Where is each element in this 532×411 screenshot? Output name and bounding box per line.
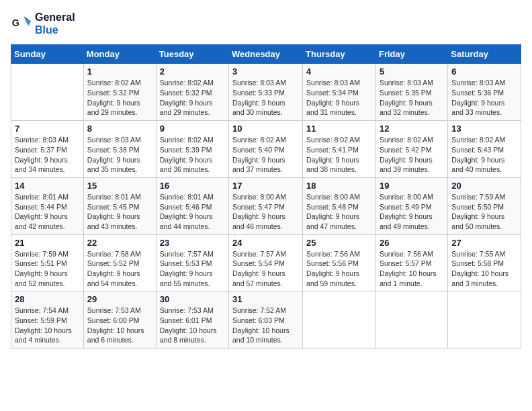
day-number: 14 <box>15 181 80 191</box>
calendar-header-row: SundayMondayTuesdayWednesdayThursdayFrid… <box>11 45 521 64</box>
calendar-header-cell: Tuesday <box>156 45 228 64</box>
calendar-cell: 29Sunrise: 7:53 AM Sunset: 6:00 PM Dayli… <box>83 291 156 349</box>
day-info: Sunrise: 8:03 AM Sunset: 5:37 PM Dayligh… <box>15 135 80 175</box>
day-number: 8 <box>87 124 152 134</box>
calendar-cell: 27Sunrise: 7:55 AM Sunset: 5:58 PM Dayli… <box>448 234 521 291</box>
day-number: 11 <box>306 124 372 134</box>
calendar-week-row: 1Sunrise: 8:02 AM Sunset: 5:32 PM Daylig… <box>11 64 521 121</box>
calendar-cell: 5Sunrise: 8:03 AM Sunset: 5:35 PM Daylig… <box>375 64 447 121</box>
day-info: Sunrise: 8:02 AM Sunset: 5:41 PM Dayligh… <box>306 135 372 175</box>
calendar-cell: 10Sunrise: 8:02 AM Sunset: 5:40 PM Dayli… <box>229 121 303 178</box>
calendar-cell: 1Sunrise: 8:02 AM Sunset: 5:32 PM Daylig… <box>83 64 156 121</box>
calendar-cell <box>303 291 376 349</box>
logo-icon: G <box>11 13 32 34</box>
calendar-cell: 7Sunrise: 8:03 AM Sunset: 5:37 PM Daylig… <box>11 121 84 178</box>
logo: G General Blue <box>11 11 75 36</box>
calendar-week-row: 21Sunrise: 7:59 AM Sunset: 5:51 PM Dayli… <box>11 234 521 291</box>
calendar-cell: 18Sunrise: 8:00 AM Sunset: 5:48 PM Dayli… <box>303 177 376 234</box>
day-info: Sunrise: 8:02 AM Sunset: 5:43 PM Dayligh… <box>451 135 517 175</box>
day-number: 23 <box>160 238 225 248</box>
day-info: Sunrise: 7:57 AM Sunset: 5:54 PM Dayligh… <box>232 249 299 289</box>
day-number: 29 <box>87 294 152 304</box>
calendar-cell: 8Sunrise: 8:03 AM Sunset: 5:38 PM Daylig… <box>83 121 156 178</box>
day-info: Sunrise: 8:01 AM Sunset: 5:45 PM Dayligh… <box>87 192 152 232</box>
day-number: 7 <box>15 124 80 134</box>
day-info: Sunrise: 7:56 AM Sunset: 5:56 PM Dayligh… <box>306 249 372 289</box>
day-number: 31 <box>232 294 299 304</box>
calendar-week-row: 7Sunrise: 8:03 AM Sunset: 5:37 PM Daylig… <box>11 121 521 178</box>
calendar-header-cell: Friday <box>375 45 447 64</box>
day-info: Sunrise: 7:53 AM Sunset: 6:01 PM Dayligh… <box>160 306 225 345</box>
calendar-cell: 24Sunrise: 7:57 AM Sunset: 5:54 PM Dayli… <box>229 234 303 291</box>
calendar-header-cell: Saturday <box>448 45 521 64</box>
day-info: Sunrise: 8:02 AM Sunset: 5:32 PM Dayligh… <box>87 78 152 118</box>
day-info: Sunrise: 8:02 AM Sunset: 5:39 PM Dayligh… <box>160 135 225 175</box>
calendar-cell: 25Sunrise: 7:56 AM Sunset: 5:56 PM Dayli… <box>303 234 376 291</box>
day-number: 24 <box>232 238 299 248</box>
calendar-cell: 19Sunrise: 8:00 AM Sunset: 5:49 PM Dayli… <box>375 177 447 234</box>
day-number: 13 <box>451 124 517 134</box>
day-number: 6 <box>451 66 517 77</box>
calendar-cell: 15Sunrise: 8:01 AM Sunset: 5:45 PM Dayli… <box>83 177 156 234</box>
day-number: 20 <box>451 181 517 191</box>
calendar-cell: 31Sunrise: 7:52 AM Sunset: 6:03 PM Dayli… <box>229 291 303 349</box>
logo-text: General Blue <box>35 11 75 36</box>
calendar-cell: 2Sunrise: 8:02 AM Sunset: 5:32 PM Daylig… <box>156 64 228 121</box>
day-number: 12 <box>380 124 444 134</box>
day-info: Sunrise: 7:57 AM Sunset: 5:53 PM Dayligh… <box>160 249 225 289</box>
day-number: 18 <box>306 181 372 191</box>
calendar-table: SundayMondayTuesdayWednesdayThursdayFrid… <box>11 44 521 349</box>
calendar-week-row: 28Sunrise: 7:54 AM Sunset: 5:59 PM Dayli… <box>11 291 521 349</box>
day-number: 9 <box>160 124 225 134</box>
day-number: 22 <box>87 238 152 248</box>
calendar-header-cell: Sunday <box>11 45 84 64</box>
day-number: 4 <box>306 66 372 77</box>
calendar-cell: 14Sunrise: 8:01 AM Sunset: 5:44 PM Dayli… <box>11 177 84 234</box>
day-number: 16 <box>160 181 225 191</box>
calendar-header-cell: Monday <box>83 45 156 64</box>
calendar-header-cell: Wednesday <box>229 45 303 64</box>
day-info: Sunrise: 8:02 AM Sunset: 5:32 PM Dayligh… <box>160 78 225 118</box>
day-info: Sunrise: 7:59 AM Sunset: 5:50 PM Dayligh… <box>451 192 517 232</box>
calendar-cell <box>375 291 447 349</box>
day-info: Sunrise: 7:54 AM Sunset: 5:59 PM Dayligh… <box>15 306 80 345</box>
page-header: G General Blue <box>11 11 521 36</box>
day-info: Sunrise: 8:00 AM Sunset: 5:47 PM Dayligh… <box>232 192 299 232</box>
calendar-cell: 23Sunrise: 7:57 AM Sunset: 5:53 PM Dayli… <box>156 234 228 291</box>
day-number: 30 <box>160 294 225 304</box>
calendar-cell: 6Sunrise: 8:03 AM Sunset: 5:36 PM Daylig… <box>448 64 521 121</box>
calendar-cell: 30Sunrise: 7:53 AM Sunset: 6:01 PM Dayli… <box>156 291 228 349</box>
day-info: Sunrise: 7:52 AM Sunset: 6:03 PM Dayligh… <box>232 306 299 345</box>
day-info: Sunrise: 8:02 AM Sunset: 5:42 PM Dayligh… <box>380 135 444 175</box>
day-number: 25 <box>306 238 372 248</box>
day-number: 21 <box>15 238 80 248</box>
calendar-cell: 4Sunrise: 8:03 AM Sunset: 5:34 PM Daylig… <box>303 64 376 121</box>
calendar-cell: 22Sunrise: 7:58 AM Sunset: 5:52 PM Dayli… <box>83 234 156 291</box>
day-number: 15 <box>87 181 152 191</box>
calendar-cell: 20Sunrise: 7:59 AM Sunset: 5:50 PM Dayli… <box>448 177 521 234</box>
day-info: Sunrise: 8:03 AM Sunset: 5:38 PM Dayligh… <box>87 135 152 175</box>
calendar-cell: 9Sunrise: 8:02 AM Sunset: 5:39 PM Daylig… <box>156 121 228 178</box>
day-info: Sunrise: 8:03 AM Sunset: 5:33 PM Dayligh… <box>232 78 299 118</box>
day-info: Sunrise: 8:00 AM Sunset: 5:48 PM Dayligh… <box>306 192 372 232</box>
day-info: Sunrise: 7:55 AM Sunset: 5:58 PM Dayligh… <box>451 249 517 289</box>
calendar-cell <box>11 64 84 121</box>
day-info: Sunrise: 7:53 AM Sunset: 6:00 PM Dayligh… <box>87 306 152 345</box>
calendar-week-row: 14Sunrise: 8:01 AM Sunset: 5:44 PM Dayli… <box>11 177 521 234</box>
calendar-cell <box>448 291 521 349</box>
day-number: 2 <box>160 66 225 77</box>
calendar-cell: 13Sunrise: 8:02 AM Sunset: 5:43 PM Dayli… <box>448 121 521 178</box>
day-number: 3 <box>232 66 299 77</box>
calendar-cell: 17Sunrise: 8:00 AM Sunset: 5:47 PM Dayli… <box>229 177 303 234</box>
calendar-cell: 16Sunrise: 8:01 AM Sunset: 5:46 PM Dayli… <box>156 177 228 234</box>
day-number: 28 <box>15 294 80 304</box>
day-info: Sunrise: 8:03 AM Sunset: 5:35 PM Dayligh… <box>380 78 444 118</box>
day-number: 27 <box>451 238 517 248</box>
day-number: 17 <box>232 181 299 191</box>
day-number: 26 <box>380 238 444 248</box>
calendar-header-cell: Thursday <box>303 45 376 64</box>
calendar-cell: 12Sunrise: 8:02 AM Sunset: 5:42 PM Dayli… <box>375 121 447 178</box>
day-info: Sunrise: 8:01 AM Sunset: 5:44 PM Dayligh… <box>15 192 80 232</box>
day-info: Sunrise: 8:03 AM Sunset: 5:34 PM Dayligh… <box>306 78 372 118</box>
day-info: Sunrise: 8:00 AM Sunset: 5:49 PM Dayligh… <box>380 192 444 232</box>
